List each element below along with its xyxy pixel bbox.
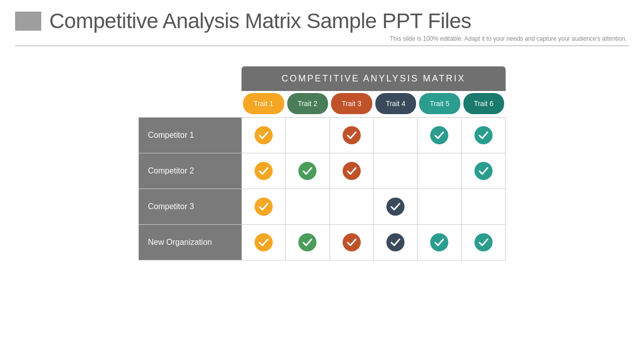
checkmark-icon-r1-c6 xyxy=(474,126,493,145)
cell-r4-c2 xyxy=(286,225,330,260)
row-cells-2 xyxy=(242,153,505,189)
trait-header-3: Trait 3 xyxy=(331,93,372,114)
svg-point-9 xyxy=(386,198,405,216)
matrix-title: COMPETITIVE ANYLYSIS MATRIX xyxy=(242,66,506,91)
svg-point-7 xyxy=(474,162,493,180)
svg-point-12 xyxy=(343,233,361,251)
cell-r4-c4 xyxy=(374,225,418,260)
cell-r1-c4 xyxy=(374,118,418,153)
trait-header-5: Trait 5 xyxy=(419,93,460,114)
svg-point-1 xyxy=(343,126,361,144)
svg-point-3 xyxy=(474,126,493,144)
trait-header-2: Trait 2 xyxy=(287,93,329,114)
cell-r3-c5 xyxy=(418,189,461,224)
cell-r2-c2 xyxy=(286,153,330,189)
title-accent-bar xyxy=(15,12,41,31)
checkmark-icon-r2-c3 xyxy=(342,161,361,180)
cell-r3-c3 xyxy=(330,189,374,224)
svg-point-13 xyxy=(386,233,405,251)
row-cells-3 xyxy=(242,189,505,224)
svg-point-0 xyxy=(255,126,273,144)
checkmark-icon-r4-c6 xyxy=(474,233,493,252)
cell-r1-c1 xyxy=(242,118,286,153)
checkmark-icon-r4-c3 xyxy=(342,233,361,252)
cell-r4-c1 xyxy=(242,225,286,260)
header-divider xyxy=(15,45,629,46)
svg-point-5 xyxy=(298,162,316,180)
checkmark-icon-r4-c1 xyxy=(254,233,273,252)
cell-r3-c6 xyxy=(462,189,505,224)
checkmark-icon-r4-c4 xyxy=(386,233,405,252)
checkmark-icon-r2-c2 xyxy=(298,161,317,180)
cell-r4-c3 xyxy=(330,225,374,260)
svg-point-14 xyxy=(430,233,448,251)
svg-point-10 xyxy=(255,233,273,251)
checkmark-icon-r2-c6 xyxy=(474,161,493,180)
checkmark-icon-r3-c1 xyxy=(254,197,273,216)
table-row: Competitor 1 xyxy=(139,118,505,153)
checkmark-icon-r3-c4 xyxy=(386,197,405,216)
cell-r2-c5 xyxy=(418,153,461,189)
svg-point-8 xyxy=(255,198,273,216)
row-cells-4 xyxy=(242,225,505,260)
row-label-3: Competitor 3 xyxy=(139,189,242,224)
trait-header-6: Trait 6 xyxy=(463,93,505,114)
row-label-2: Competitor 2 xyxy=(139,153,242,189)
cell-r2-c6 xyxy=(462,153,505,189)
main-content: COMPETITIVE ANYLYSIS MATRIX Trait 1Trait… xyxy=(0,51,644,260)
svg-point-11 xyxy=(298,233,316,251)
cell-r2-c3 xyxy=(330,153,374,189)
row-label-4: New Organization xyxy=(139,225,242,260)
svg-point-2 xyxy=(430,126,448,144)
checkmark-icon-r4-c2 xyxy=(298,233,317,252)
matrix-table: Competitor 1Competitor 2Competitor 3New … xyxy=(138,117,506,260)
cell-r3-c1 xyxy=(242,189,286,224)
svg-point-15 xyxy=(474,233,493,251)
page-title: Competitive Analysis Matrix Sample PPT F… xyxy=(49,9,471,33)
cell-r1-c6 xyxy=(462,118,505,153)
cell-r1-c2 xyxy=(286,118,330,153)
svg-point-6 xyxy=(343,162,361,180)
trait-header-4: Trait 4 xyxy=(375,93,417,114)
table-row: Competitor 3 xyxy=(139,189,505,225)
cell-r1-c5 xyxy=(418,118,461,153)
cell-r4-c6 xyxy=(462,225,505,260)
cell-r2-c1 xyxy=(242,153,286,189)
table-row: New Organization xyxy=(139,225,505,260)
row-cells-1 xyxy=(242,118,505,153)
cell-r3-c4 xyxy=(374,189,418,224)
trait-header-1: Trait 1 xyxy=(243,93,284,114)
cell-r2-c4 xyxy=(374,153,418,189)
svg-point-4 xyxy=(255,162,273,180)
table-row: Competitor 2 xyxy=(139,153,505,189)
cell-r3-c2 xyxy=(286,189,330,224)
checkmark-icon-r1-c5 xyxy=(430,126,449,145)
page-subtitle: This slide is 100% editable. Adapt it to… xyxy=(15,35,629,42)
cell-r4-c5 xyxy=(418,225,461,260)
matrix-container: COMPETITIVE ANYLYSIS MATRIX Trait 1Trait… xyxy=(138,66,506,260)
checkmark-icon-r2-c1 xyxy=(254,161,273,180)
cell-r1-c3 xyxy=(330,118,374,153)
page-header: Competitive Analysis Matrix Sample PPT F… xyxy=(0,0,644,46)
checkmark-icon-r1-c1 xyxy=(254,126,273,145)
checkmark-icon-r1-c3 xyxy=(342,126,361,145)
row-label-1: Competitor 1 xyxy=(139,118,242,153)
checkmark-icon-r4-c5 xyxy=(430,233,449,252)
traits-header-row: Trait 1Trait 2Trait 3Trait 4Trait 5Trait… xyxy=(242,91,506,116)
